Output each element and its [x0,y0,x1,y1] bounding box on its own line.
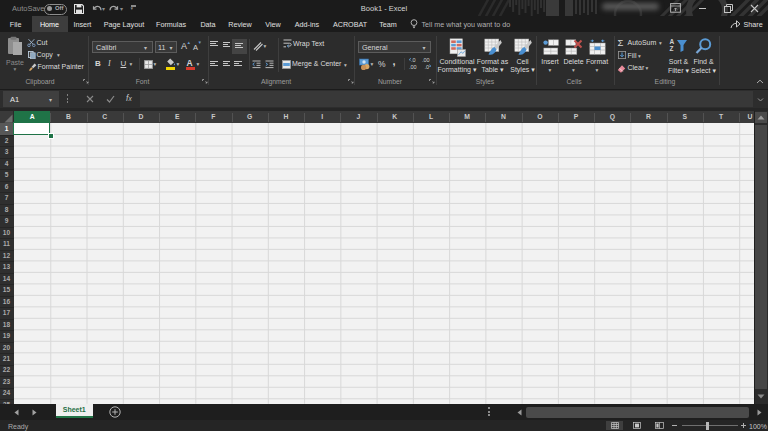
svg-text:.00: .00 [409,64,417,70]
svg-text:.0: .0 [411,57,416,63]
